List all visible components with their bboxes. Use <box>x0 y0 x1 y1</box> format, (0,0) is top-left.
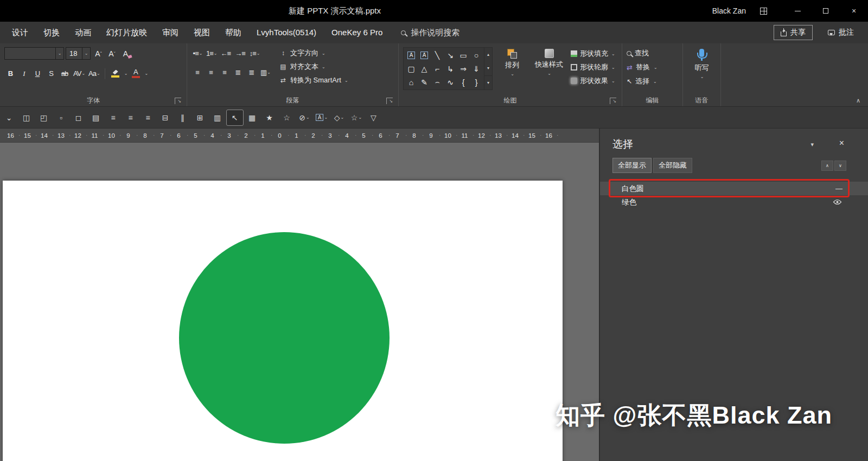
clear-formatting-button[interactable]: A <box>119 47 131 60</box>
font-size-combo[interactable]: 18 ⌄ <box>66 47 91 60</box>
text-direction-button[interactable]: ↕ 文字方向 ⌄ <box>279 48 348 58</box>
distribute-horizontal-icon[interactable]: ∥ <box>175 110 191 125</box>
dialog-launcher-icon[interactable]: ↘ <box>386 98 393 104</box>
chevron-down-icon[interactable]: ⌄ <box>82 48 90 59</box>
line-spacing-icon[interactable]: ↕≡⌄ <box>248 47 261 60</box>
shape-outline-button[interactable]: 形状轮廓 ⌄ <box>571 62 615 72</box>
elbow-arrow-connector[interactable]: ↳ <box>444 62 457 75</box>
vertical-textbox[interactable]: A <box>418 48 431 62</box>
underline-button[interactable]: U <box>31 67 43 80</box>
send-backward-icon[interactable]: ∨ <box>834 161 846 171</box>
ribbon-tab[interactable]: 视图 <box>186 22 218 43</box>
replace-button[interactable]: ⇄ 替换 ⌄ <box>627 62 678 72</box>
chevron-down-icon[interactable]: ⌄ <box>55 48 63 59</box>
align-right-objects-icon[interactable]: ≡ <box>140 110 156 125</box>
shape-style-icon[interactable]: ◇⌄ <box>331 110 347 125</box>
oval[interactable]: ○ <box>470 48 483 62</box>
ribbon-tab[interactable]: 切换 <box>36 22 67 43</box>
slide-grid-icon[interactable]: ▦ <box>244 110 260 125</box>
find-button[interactable]: 查找 <box>627 48 678 58</box>
align-text-button[interactable]: ▤ 对齐文本 ⌄ <box>279 62 348 72</box>
align-top-objects-icon[interactable]: ⊟ <box>157 110 174 125</box>
box-icon[interactable]: ◻ <box>71 110 87 125</box>
elbow-connector[interactable]: ⌐ <box>431 62 444 75</box>
strikethrough-button[interactable]: ab <box>59 67 71 80</box>
pane-close-icon[interactable]: × <box>839 138 844 148</box>
no-fill-icon[interactable]: ⊘⌄ <box>296 110 312 125</box>
rectangle[interactable]: ▭ <box>457 48 470 62</box>
dictate-button[interactable]: 听写 ⌄ <box>687 47 716 79</box>
font-color-button[interactable]: A <box>129 67 142 80</box>
apps-grid-icon[interactable] <box>760 8 767 15</box>
grow-font-button[interactable]: Aˆ <box>92 47 104 60</box>
show-all-button[interactable]: 全部显示 <box>612 158 652 173</box>
star-filled-icon[interactable]: ★ <box>261 110 278 125</box>
visibility-toggle[interactable]: — <box>833 199 842 205</box>
text-shadow-button[interactable]: S <box>45 67 57 80</box>
collapse-ribbon-icon[interactable]: ∧ <box>856 97 860 104</box>
align-right-icon[interactable]: ≡ <box>219 66 231 79</box>
arrange-button[interactable]: 排列 ⌄ <box>497 47 527 90</box>
rounded-rectangle[interactable]: ▢ <box>405 62 418 75</box>
ribbon-tab[interactable]: 幻灯片放映 <box>99 22 155 43</box>
star-style-icon[interactable]: ☆⌄ <box>348 110 365 125</box>
paste-layout-icon[interactable]: ▤ <box>88 110 104 125</box>
block-arrow-down[interactable]: ⇓ <box>470 62 483 75</box>
textbox[interactable]: A <box>405 48 418 62</box>
tell-me-search[interactable]: 操作说明搜索 <box>401 28 459 38</box>
align-center-icon[interactable]: ≡ <box>205 66 217 79</box>
indent-decrease-icon[interactable]: ←≡ <box>220 47 233 60</box>
columns-icon[interactable]: ▥⌄ <box>259 66 271 79</box>
align-left-icon[interactable]: ≡ <box>192 66 203 79</box>
shrink-font-button[interactable]: Aˇ <box>106 47 118 60</box>
shape-fill-button[interactable]: 形状填充 ⌄ <box>571 49 615 59</box>
ribbon-tab[interactable]: 审阅 <box>155 22 186 43</box>
ribbon-tab[interactable]: 动画 <box>67 22 99 43</box>
justify-icon[interactable]: ≣ <box>232 66 244 79</box>
bold-button[interactable]: B <box>4 67 16 80</box>
select-tool-icon[interactable]: ↖ <box>227 110 243 125</box>
distribute-vertical-icon[interactable]: ⊞ <box>192 110 208 125</box>
indent-increase-icon[interactable]: →≡ <box>234 47 247 60</box>
minimize-button[interactable] <box>783 0 812 22</box>
text-style-icon[interactable]: A⌄ <box>314 110 330 125</box>
arc[interactable]: ⌢ <box>431 75 444 89</box>
dialog-launcher-icon[interactable]: ↘ <box>610 98 616 104</box>
green-circle-shape[interactable] <box>179 232 390 444</box>
more-commands-icon[interactable]: ⌄ <box>1 110 17 125</box>
bring-forward-icon[interactable]: ∧ <box>821 161 833 171</box>
gallery-scroll-up-icon[interactable]: ▴ <box>484 48 492 61</box>
close-button[interactable]: × <box>840 0 868 22</box>
brace-left[interactable]: { <box>457 75 470 89</box>
bullets-icon[interactable]: •≡⌄ <box>192 47 203 60</box>
share-button[interactable]: 共享 <box>774 25 813 40</box>
character-spacing-button[interactable]: AV⌄ <box>72 67 86 80</box>
align-center-objects-icon[interactable]: ≡ <box>123 110 139 125</box>
copy-slide-icon[interactable]: ◫ <box>18 110 35 125</box>
duplicate-icon[interactable]: ◰ <box>36 110 52 125</box>
comments-button[interactable]: 批注 <box>821 25 860 40</box>
block-arrow-right[interactable]: ⇒ <box>457 62 470 75</box>
dialog-launcher-icon[interactable]: ↘ <box>175 98 181 104</box>
flag-icon[interactable]: ▽ <box>366 110 382 125</box>
change-case-button[interactable]: Aa⌄ <box>87 67 101 80</box>
ribbon-tab[interactable]: OneKey 6 Pro <box>324 22 390 43</box>
star-outline-icon[interactable]: ☆ <box>279 110 295 125</box>
text-highlight-button[interactable] <box>109 67 122 80</box>
distribute-icon[interactable]: ≣ <box>246 66 258 79</box>
convert-smartart-button[interactable]: ⇄ 转换为 SmartArt ⌄ <box>279 75 348 85</box>
shape-effects-button[interactable]: 形状效果 ⌄ <box>571 76 615 86</box>
selection-item[interactable]: 绿色 — <box>600 195 868 209</box>
select-button[interactable]: ↖ 选择 ⌄ <box>627 76 678 86</box>
triangle[interactable]: △ <box>418 62 431 75</box>
maximize-button[interactable] <box>812 0 840 22</box>
line[interactable]: ╲ <box>431 48 444 62</box>
more-align-icon[interactable]: ▥ <box>209 110 226 125</box>
italic-button[interactable]: I <box>18 67 30 80</box>
gallery-scroll-down-icon[interactable]: ▾ <box>484 61 492 75</box>
gallery-more-icon[interactable]: ▾ <box>484 75 492 89</box>
align-left-objects-icon[interactable]: ≡ <box>105 110 122 125</box>
ribbon-tab[interactable]: 帮助 <box>218 22 249 43</box>
hide-all-button[interactable]: 全部隐藏 <box>653 158 692 173</box>
ribbon-tab[interactable]: LvyhTools(0514) <box>249 22 324 43</box>
